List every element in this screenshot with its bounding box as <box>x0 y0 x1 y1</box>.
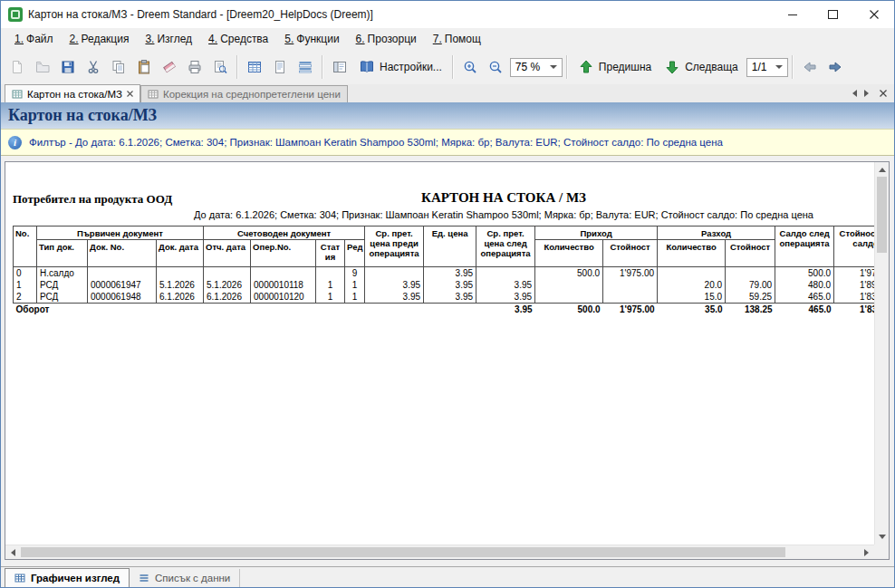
maximize-icon <box>828 10 838 19</box>
scrollbar-corner <box>874 545 889 559</box>
minimize-button[interactable] <box>772 1 813 28</box>
horizontal-scrollbar[interactable] <box>5 545 874 559</box>
print-button[interactable] <box>182 54 207 80</box>
page-value: 1/1 <box>752 61 767 73</box>
tab-icon <box>148 89 159 100</box>
data-list-icon <box>139 573 149 583</box>
vertical-scrollbar[interactable] <box>874 162 889 545</box>
col-header-balance-after: Салдо след операцията <box>775 227 834 267</box>
table-row: 2 РСД 0000061948 6.1.2026 6.1.2026 00000… <box>14 291 875 304</box>
panel-view-icon <box>332 59 348 75</box>
page-view-button[interactable] <box>267 54 293 80</box>
report-title: КАРТОН НА СТОКА / МЗ <box>5 190 874 206</box>
open-icon <box>34 59 51 75</box>
scroll-right-icon[interactable] <box>860 545 874 560</box>
col-header-income-qty: Количество <box>535 240 603 267</box>
toolbar-separator <box>792 55 794 79</box>
previous-button-label: Предишна <box>599 61 651 73</box>
tab-bar-controls <box>849 84 894 102</box>
col-group-accounting-doc: Счетоводен документ <box>204 227 365 240</box>
new-document-button[interactable] <box>5 54 30 80</box>
menu-item[interactable]: 6.Прозорци <box>348 30 425 48</box>
page-select[interactable]: 1/1 <box>746 58 788 77</box>
horizontal-scrollbar-thumb[interactable] <box>21 547 785 557</box>
list-view-icon <box>297 59 313 75</box>
erase-button[interactable] <box>157 54 182 80</box>
toolbar-separator <box>236 55 238 79</box>
forward-button[interactable] <box>823 54 848 80</box>
save-icon <box>60 59 76 75</box>
tab-label: Картон на стока/МЗ <box>27 89 122 100</box>
previous-icon <box>578 59 594 75</box>
next-page-button[interactable]: Следваща <box>658 54 745 80</box>
totals-label: Оборот <box>14 304 476 316</box>
copy-button[interactable] <box>106 54 131 80</box>
open-button[interactable] <box>30 54 55 80</box>
col-header-no: No. <box>14 227 37 267</box>
zoom-out-button[interactable] <box>483 54 508 80</box>
print-preview-button[interactable] <box>207 54 233 80</box>
col-header-avg-price-after: Ср. прет. цена след операцията <box>476 227 535 267</box>
tab-data-list[interactable]: Списък с данни <box>130 569 240 587</box>
tab-graphic-view[interactable]: Графичен изглед <box>5 568 130 588</box>
filter-text: Филтър - До дата: 6.1.2026; Сметка: 304;… <box>29 137 723 148</box>
scroll-down-icon[interactable] <box>875 530 890 545</box>
settings-button-label: Настройки... <box>380 61 442 73</box>
totals-expense-qty: 35.0 <box>658 304 726 316</box>
col-header-doc-date: Док. дата <box>157 240 204 267</box>
scroll-left-icon[interactable] <box>5 545 20 560</box>
forward-icon <box>827 59 843 75</box>
maximize-button[interactable] <box>813 1 853 28</box>
tab-bar-close-icon[interactable] <box>880 90 887 97</box>
close-icon <box>870 10 879 19</box>
menu-item[interactable]: 4.Средства <box>200 30 276 48</box>
paste-icon <box>136 59 152 75</box>
tab-label: Списък с данни <box>155 573 230 583</box>
table-view-icon <box>246 59 263 75</box>
tab-korekcia-ceni[interactable]: Корекция на среднопретеглени цени <box>140 85 348 102</box>
info-icon <box>8 136 22 149</box>
toolbar-separator <box>322 55 323 79</box>
tab-scroll-left-icon[interactable] <box>849 90 857 97</box>
table-row: 1 РСД 0000061947 5.1.2026 5.1.2026 00000… <box>14 279 875 291</box>
toolbar-separator <box>566 55 568 79</box>
menu-item[interactable]: 7.Помощ <box>425 30 489 48</box>
vertical-scrollbar-thumb[interactable] <box>877 177 887 253</box>
report-subtitle: До дата: 6.1.2026; Сметка: 304; Признак:… <box>5 209 874 220</box>
totals-income-qty: 500.0 <box>535 304 603 316</box>
panel-view-button[interactable] <box>327 54 352 80</box>
caption-buttons <box>772 1 894 28</box>
tab-close-icon[interactable] <box>127 91 133 97</box>
list-view-button[interactable] <box>293 54 318 80</box>
menu-item[interactable]: 2.Редакция <box>62 30 138 48</box>
col-header-oper-no: Опер.No. <box>251 240 316 267</box>
tab-scroll-right-icon[interactable] <box>864 90 872 97</box>
col-header-acc-date: Отч. дата <box>204 240 251 267</box>
totals-balance-qty: 465.0 <box>775 304 834 316</box>
tab-karton-na-stoka[interactable]: Картон на стока/МЗ <box>5 84 140 102</box>
menu-item[interactable]: 1.Файл <box>6 30 62 48</box>
menu-item[interactable]: 3.Изглед <box>137 30 200 48</box>
totals-row: Оборот 3.95 500.0 1'975.00 35.0 138.25 4… <box>14 304 875 316</box>
window-title: Картон на стока/МЗ - Dreem Standard - [D… <box>28 8 373 21</box>
close-button[interactable] <box>853 1 894 28</box>
paste-button[interactable] <box>131 54 157 80</box>
settings-button[interactable]: Настройки... <box>352 54 448 80</box>
tab-label: Корекция на среднопретеглени цени <box>163 89 341 100</box>
back-button[interactable] <box>797 54 823 80</box>
cut-button[interactable] <box>81 54 106 80</box>
save-button[interactable] <box>55 54 81 80</box>
zoom-select[interactable]: 75 % <box>510 58 563 77</box>
scroll-up-icon[interactable] <box>875 162 890 177</box>
table-view-button[interactable] <box>242 54 267 80</box>
col-header-unit-price: Ед. цена <box>424 227 476 267</box>
erase-icon <box>161 59 178 75</box>
menu-item[interactable]: 5.Функции <box>276 30 347 48</box>
table-row: 0 Н.салдо 9 3.95 500.0 1' <box>14 267 875 280</box>
next-icon <box>664 59 680 75</box>
filter-bar: Филтър - До дата: 6.1.2026; Сметка: 304;… <box>1 129 894 156</box>
totals-avg-price-after: 3.95 <box>476 304 535 316</box>
zoom-in-button[interactable] <box>457 54 483 80</box>
previous-page-button[interactable]: Предишна <box>572 54 658 80</box>
print-icon <box>187 59 203 75</box>
